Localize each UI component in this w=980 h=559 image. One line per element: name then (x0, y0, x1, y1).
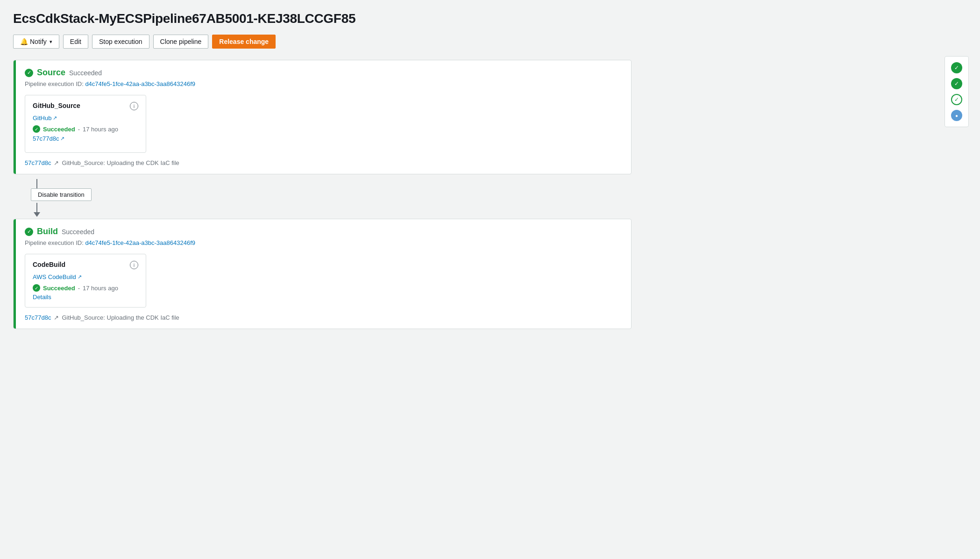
edit-button[interactable]: Edit (63, 35, 88, 49)
github-link[interactable]: GitHub ↗ (33, 115, 57, 122)
release-change-button[interactable]: Release change (212, 35, 276, 49)
github-status-row: ✓ Succeeded - 17 hours ago (33, 125, 138, 133)
codebuild-info-icon[interactable]: i (130, 261, 138, 269)
codebuild-time-ago: 17 hours ago (83, 285, 118, 292)
build-stage: ✓ Build Succeeded Pipeline execution ID:… (13, 219, 632, 329)
stop-execution-button[interactable]: Stop execution (92, 35, 149, 49)
minimap-stage2-icon: ✓ (951, 78, 962, 89)
github-success-icon: ✓ (33, 125, 40, 133)
codebuild-details-link[interactable]: Details (33, 294, 138, 301)
github-time-ago-value: 17 hours ago (83, 126, 118, 133)
github-source-card-header: GitHub_Source i (33, 102, 138, 110)
codebuild-external-icon: ↗ (78, 274, 82, 280)
codebuild-action-card: CodeBuild i AWS CodeBuild ↗ ✓ Succeeded … (25, 254, 146, 308)
github-source-action-card: GitHub_Source i GitHub ↗ ✓ Succeeded - 1… (25, 95, 146, 153)
chevron-down-icon: ▾ (50, 39, 52, 45)
codebuild-success-icon: ✓ (33, 284, 40, 292)
build-commit-message: GitHub_Source: Uploading the CDK IaC fil… (62, 314, 179, 321)
build-stage-header: ✓ Build Succeeded (25, 227, 622, 236)
minimap-stage1-icon: ✓ (951, 62, 962, 73)
bell-icon: 🔔 (20, 38, 28, 45)
transition-area: Disable transition (13, 174, 632, 217)
source-exec-id-row: Pipeline execution ID: d4c74fe5-1fce-42a… (25, 80, 622, 87)
connector-line-top (36, 179, 37, 188)
github-status-text: Succeeded (43, 126, 75, 133)
github-time-ago: - (78, 126, 80, 133)
notify-label: Notify (30, 38, 47, 45)
arrow-head-icon (34, 212, 40, 217)
source-commit-message: GitHub_Source: Uploading the CDK IaC fil… (62, 159, 179, 166)
stage-bar-build (14, 219, 16, 329)
source-commit-icon: ↗ (54, 159, 59, 166)
github-commit-link[interactable]: 57c77d8c ↗ (33, 135, 64, 142)
source-success-icon: ✓ (25, 69, 33, 77)
toolbar: 🔔 Notify ▾ Edit Stop execution Clone pip… (13, 35, 632, 49)
source-commit-row: 57c77d8c ↗ GitHub_Source: Uploading the … (25, 159, 622, 166)
minimap-stage3-icon: ✓ (951, 94, 962, 105)
build-stage-name: Build (37, 227, 58, 236)
build-stage-status: Succeeded (62, 228, 94, 236)
codebuild-status-text: Succeeded (43, 285, 75, 292)
build-exec-id-row: Pipeline execution ID: d4c74fe5-1fce-42a… (25, 239, 622, 246)
source-stage-status: Succeeded (69, 69, 102, 77)
stage-bar-source (14, 60, 16, 174)
page-title: EcsCdkStack-MyECSPipeline67AB5001-KEJ38L… (13, 11, 632, 26)
build-commit-hash-link[interactable]: 57c77d8c (25, 314, 51, 321)
source-stage-header: ✓ Source Succeeded (25, 68, 622, 78)
source-exec-id-link[interactable]: d4c74fe5-1fce-42aa-a3bc-3aa8643246f9 (85, 80, 195, 87)
build-exec-id-link[interactable]: d4c74fe5-1fce-42aa-a3bc-3aa8643246f9 (85, 239, 195, 246)
pipeline-minimap: ✓ ✓ ✓ ● (944, 56, 969, 127)
minimap-stage4-icon: ● (951, 110, 962, 121)
commit-external-icon: ↗ (60, 136, 64, 142)
github-source-info-icon[interactable]: i (130, 102, 138, 110)
source-stage: ✓ Source Succeeded Pipeline execution ID… (13, 60, 632, 174)
codebuild-status-row: ✓ Succeeded - 17 hours ago (33, 284, 138, 292)
github-source-action-name: GitHub_Source (33, 102, 80, 109)
build-success-icon: ✓ (25, 228, 33, 236)
codebuild-link[interactable]: AWS CodeBuild ↗ (33, 273, 82, 280)
connector-line-bottom (36, 203, 37, 212)
notify-button[interactable]: 🔔 Notify ▾ (13, 35, 59, 49)
codebuild-action-name: CodeBuild (33, 261, 65, 268)
build-commit-icon: ↗ (54, 314, 59, 321)
codebuild-card-header: CodeBuild i (33, 261, 138, 269)
github-external-icon: ↗ (53, 115, 57, 121)
clone-pipeline-button[interactable]: Clone pipeline (153, 35, 209, 49)
build-commit-row: 57c77d8c ↗ GitHub_Source: Uploading the … (25, 314, 622, 321)
source-commit-hash-link[interactable]: 57c77d8c (25, 159, 51, 166)
source-stage-name: Source (37, 68, 65, 78)
disable-transition-button[interactable]: Disable transition (31, 188, 92, 201)
codebuild-time-separator: - (78, 285, 80, 292)
